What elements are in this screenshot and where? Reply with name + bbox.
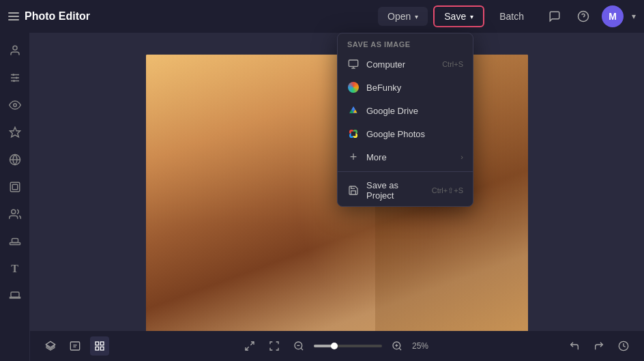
google-photos-icon	[347, 128, 360, 140]
save-project-icon	[347, 184, 360, 197]
save-project-shortcut: Ctrl+⇧+S	[432, 186, 463, 195]
chat-icon-button[interactable]	[544, 6, 565, 27]
menu-icon[interactable]	[8, 12, 19, 20]
save-chevron-icon: ▾	[470, 13, 473, 20]
batch-label: Batch	[499, 11, 524, 22]
more-plus-icon: +	[347, 151, 360, 163]
open-button[interactable]: Open ▾	[378, 7, 428, 26]
befunky-icon	[347, 81, 360, 93]
save-button[interactable]: Save ▾	[433, 5, 484, 27]
more-label: More	[366, 152, 387, 162]
save-label: Save	[444, 11, 466, 22]
avatar[interactable]: M	[602, 5, 624, 27]
save-google-photos-item[interactable]: Google Photos	[338, 122, 473, 145]
computer-label: Computer	[366, 59, 405, 70]
dropdown-overlay[interactable]: Save as Image Computer Ctrl+S BeFunky	[0, 33, 644, 361]
header: Photo Editor Open ▾ Save ▾ Batch M ▾	[0, 0, 644, 33]
befunky-label: BeFunky	[366, 83, 401, 93]
save-project-item[interactable]: Save as Project Ctrl+⇧+S	[338, 175, 473, 206]
computer-shortcut: Ctrl+S	[442, 60, 463, 68]
logo-area: Photo Editor	[8, 10, 90, 23]
google-photos-label: Google Photos	[366, 129, 425, 139]
header-icon-group: M ▾	[544, 5, 636, 27]
save-more-item[interactable]: + More ›	[338, 145, 473, 169]
batch-button[interactable]: Batch	[490, 7, 533, 26]
google-drive-label: Google Drive	[366, 106, 418, 116]
computer-icon	[347, 58, 360, 70]
open-chevron-icon: ▾	[415, 13, 418, 20]
google-drive-icon	[347, 104, 360, 117]
save-dropdown-menu: Save as Image Computer Ctrl+S BeFunky	[337, 33, 473, 207]
more-chevron-icon: ›	[460, 153, 463, 161]
svg-point-50	[352, 132, 355, 135]
dropdown-divider	[338, 171, 473, 172]
help-icon-button[interactable]	[573, 6, 594, 27]
save-befunky-item[interactable]: BeFunky	[338, 76, 473, 99]
open-label: Open	[387, 11, 411, 22]
app-title: Photo Editor	[25, 10, 90, 23]
svg-rect-38	[349, 60, 357, 66]
save-project-label: Save as Project	[366, 180, 425, 201]
avatar-chevron-icon[interactable]: ▾	[632, 12, 636, 21]
save-computer-item[interactable]: Computer Ctrl+S	[338, 53, 473, 76]
dropdown-section-label: Save as Image	[338, 33, 473, 53]
save-google-drive-item[interactable]: Google Drive	[338, 99, 473, 122]
